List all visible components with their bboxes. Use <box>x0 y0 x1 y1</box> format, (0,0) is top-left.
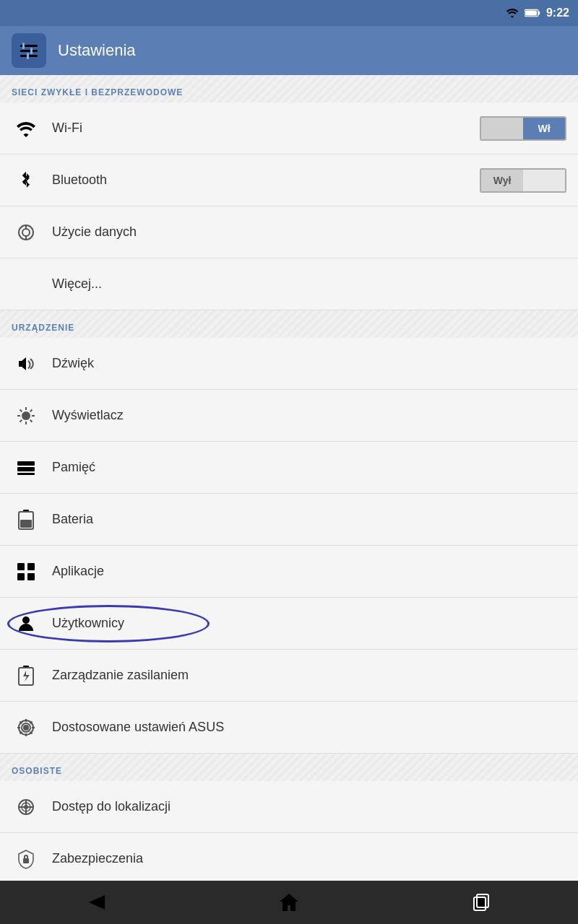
svg-point-37 <box>23 725 29 731</box>
settings-item-users[interactable]: Użytkownicy <box>0 598 578 650</box>
svg-rect-51 <box>474 897 486 910</box>
power-mgmt-icon <box>12 661 40 690</box>
storage-label: Pamięć <box>52 460 566 475</box>
battery-icon <box>525 8 540 18</box>
svg-rect-4 <box>20 50 38 52</box>
svg-line-19 <box>20 409 22 411</box>
settings-item-sound[interactable]: Dźwięk <box>0 338 578 390</box>
section-header-personal: OSOBISTE <box>0 754 578 781</box>
users-label: Użytkownicy <box>52 616 566 631</box>
wifi-label: Wi-Fi <box>52 121 480 136</box>
section-title-networks: SIECI ZWYKŁE I BEZPRZEWODOWE <box>12 87 183 97</box>
svg-point-33 <box>22 616 30 624</box>
settings-item-security[interactable]: Zabezpieczenia <box>0 833 578 881</box>
settings-item-bluetooth[interactable]: Bluetooth Wył <box>0 154 578 206</box>
location-icon <box>12 793 40 821</box>
bluetooth-toggle-off[interactable]: Wył <box>481 170 523 191</box>
svg-point-41 <box>24 805 28 809</box>
section-header-device: URZĄDZENIE <box>0 310 578 338</box>
svg-rect-7 <box>30 48 33 54</box>
settings-item-wifi[interactable]: Wi-Fi Wł <box>0 103 578 154</box>
asus-settings-icon <box>12 713 40 742</box>
svg-rect-1 <box>538 12 540 15</box>
app-header: Ustawienia <box>0 26 578 75</box>
svg-rect-2 <box>525 10 537 15</box>
svg-rect-25 <box>17 473 35 475</box>
data-usage-icon <box>12 218 40 247</box>
time-display: 9:22 <box>546 6 569 19</box>
settings-item-location[interactable]: Dostęp do lokalizacji <box>0 781 578 833</box>
sound-label: Dźwięk <box>52 356 566 371</box>
svg-marker-50 <box>89 895 105 910</box>
data-usage-label: Użycie danych <box>52 225 566 240</box>
svg-rect-32 <box>27 573 35 580</box>
wifi-toggle-on[interactable]: Wł <box>523 118 565 139</box>
apps-label: Aplikacje <box>52 564 566 579</box>
bluetooth-label: Bluetooth <box>52 173 480 188</box>
svg-line-22 <box>20 419 22 422</box>
apps-icon <box>12 557 40 586</box>
svg-point-10 <box>22 229 30 236</box>
svg-line-20 <box>30 419 33 422</box>
settings-item-storage[interactable]: Pamięć <box>0 442 578 494</box>
power-mgmt-label: Zarządzanie zasilaniem <box>52 668 566 683</box>
nav-bar <box>0 881 578 924</box>
settings-item-data-usage[interactable]: Użycie danych <box>0 206 578 258</box>
svg-line-21 <box>30 409 33 411</box>
settings-item-more[interactable]: Więcej... <box>0 258 578 310</box>
settings-item-display[interactable]: Wyświetlacz <box>0 390 578 442</box>
svg-rect-23 <box>17 461 35 466</box>
storage-icon <box>12 453 40 482</box>
svg-rect-30 <box>27 563 35 570</box>
bluetooth-icon <box>12 166 40 195</box>
users-icon <box>12 609 40 638</box>
more-placeholder-icon <box>12 270 40 299</box>
svg-rect-29 <box>17 563 25 570</box>
display-icon <box>12 401 40 430</box>
location-label: Dostęp do lokalizacji <box>52 799 566 814</box>
nav-recent-button[interactable] <box>460 881 504 924</box>
svg-rect-31 <box>17 573 25 580</box>
svg-rect-28 <box>20 520 32 528</box>
wifi-icon <box>506 8 519 18</box>
wifi-toggle[interactable]: Wł <box>480 116 566 141</box>
settings-item-asus-settings[interactable]: Dostosowane ustawień ASUS <box>0 702 578 754</box>
svg-rect-8 <box>27 53 29 59</box>
security-icon <box>12 845 40 873</box>
bluetooth-toggle[interactable]: Wył <box>480 168 566 193</box>
asus-settings-label: Dostosowane ustawień ASUS <box>52 720 566 735</box>
more-label: Więcej... <box>52 276 566 292</box>
svg-rect-24 <box>17 467 35 471</box>
section-title-device: URZĄDZENIE <box>12 323 74 333</box>
section-title-personal: OSOBISTE <box>12 766 62 776</box>
settings-item-apps[interactable]: Aplikacje <box>0 546 578 598</box>
wifi-setting-icon <box>12 114 40 143</box>
battery-label: Bateria <box>52 512 566 527</box>
page-title: Ustawienia <box>58 41 136 60</box>
battery-setting-icon <box>12 505 40 534</box>
nav-home-button[interactable] <box>267 881 311 924</box>
sound-icon <box>12 349 40 378</box>
section-header-networks: SIECI ZWYKŁE I BEZPRZEWODOWE <box>0 75 578 103</box>
settings-content: SIECI ZWYKŁE I BEZPRZEWODOWE Wi-Fi Wł Bl… <box>0 75 578 881</box>
nav-back-button[interactable] <box>74 881 118 924</box>
settings-app-icon <box>12 33 46 68</box>
settings-item-battery[interactable]: Bateria <box>0 494 578 546</box>
svg-marker-13 <box>19 357 26 370</box>
display-label: Wyświetlacz <box>52 408 566 423</box>
svg-point-14 <box>22 411 30 420</box>
svg-rect-6 <box>22 43 25 49</box>
status-icons: 9:22 <box>506 6 569 19</box>
svg-rect-47 <box>23 858 29 863</box>
security-label: Zabezpieczenia <box>52 851 566 866</box>
settings-item-power-mgmt[interactable]: Zarządzanie zasilaniem <box>0 650 578 702</box>
status-bar: 9:22 <box>0 0 578 26</box>
